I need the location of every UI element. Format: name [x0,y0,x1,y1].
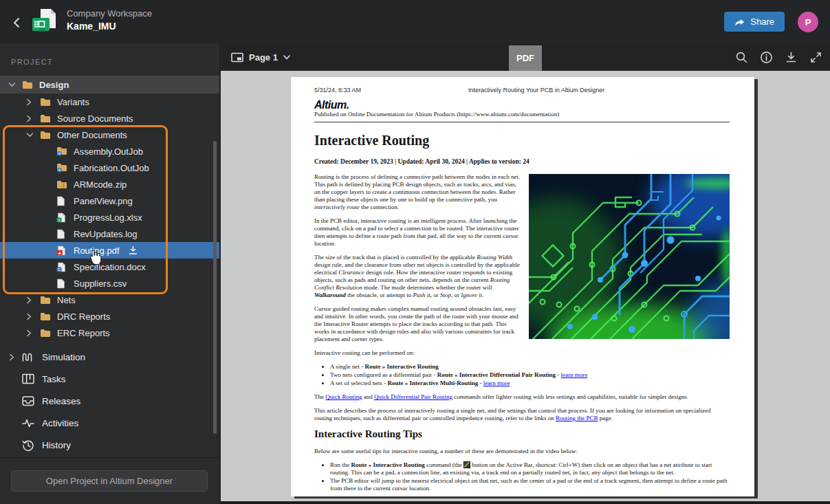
sidebar-scrollbar[interactable] [213,141,217,434]
outjob-icon [56,163,68,173]
viewer-content: 5/31/24, 8:33 AM Interactively Routing Y… [221,71,830,504]
tips-heading: Interactive Routing Tips [314,428,730,440]
sidebar-item-label: History [42,440,71,450]
doc-link-learn-more[interactable]: learn more [483,380,510,386]
back-button[interactable] [8,14,25,31]
tree-item-label: ProgressLog.xlsx [74,212,142,223]
published-line: Published on Online Documentation for Al… [314,111,730,118]
share-button[interactable]: Share [724,12,785,32]
tree-item-drc-reports[interactable]: DRC Reports [0,308,219,325]
chevron-right-icon[interactable] [26,98,40,106]
tree-item-progresslog-xlsx[interactable]: xProgressLog.xlsx [0,209,219,226]
viewer-toolbar: Page 1 PDF [221,43,830,71]
document-title: Interactive Routing [314,133,730,148]
folder-icon [40,296,52,305]
outjob-icon [56,146,68,156]
tree-item-panelview-png[interactable]: PanelView.png [0,193,219,209]
tips-list: Run the Route » Interactive Routing comm… [314,461,730,496]
page-selector-label: Page 1 [249,52,278,63]
chevron-down-icon[interactable] [26,132,40,138]
tree-item-revupdates-log[interactable]: RevUpdates.log [0,226,219,242]
tree-item-label: Source Documents [57,113,133,124]
page-icon [231,52,243,63]
download-icon[interactable] [783,50,798,65]
tree-item-assembly-outjob[interactable]: Assembly.OutJob [0,143,219,160]
tree-item-label: Fabrication.OutJob [74,163,149,173]
tree-item-other-documents[interactable]: Other Documents [0,127,219,143]
sidebar-item-label: Simulation [42,352,85,362]
tree-item-label: Assembly.OutJob [74,146,143,157]
tree-item-specification-docx[interactable]: DSpecification.docx [0,259,219,275]
info-icon[interactable] [758,50,774,65]
doc-link-quick-routing[interactable]: Quick Routing [325,393,362,400]
chevron-right-icon[interactable] [26,313,40,320]
quick-routing-paragraph: The Quick Routing and Quick Differential… [314,393,730,401]
folder-icon [40,131,52,140]
tree-item-design[interactable]: Design [0,76,219,94]
svg-text:D: D [58,267,61,271]
file-icon [56,278,68,289]
tree-item-source-documents[interactable]: Source Documents [0,110,219,127]
tree-item-label: DRC Reports [57,311,110,322]
tree-item-armcode-zip[interactable]: ARMcode.zip [0,176,219,193]
sidebar-item-simulation[interactable]: Simulation [0,346,219,368]
sidebar-item-label: Tasks [42,374,66,384]
workspace-label: Company Workspace [67,8,152,19]
chevron-right-icon[interactable] [26,329,40,337]
doc-link-quick-differential-pair-routing[interactable]: Quick Differential Pair Routing [374,393,452,400]
chevron-down-icon[interactable] [8,82,22,87]
tree-item-fabrication-outjob[interactable]: Fabrication.OutJob [0,160,219,176]
page-selector[interactable]: Page 1 [231,43,290,71]
tree-item-erc-reports[interactable]: ERC Reports [0,325,219,341]
tree-item-label: Specification.docx [74,262,146,272]
altium-logo: Altium. [314,101,730,109]
doc-link-routing-the-pcb[interactable]: Routing the PCB [556,415,598,421]
download-icon[interactable] [128,245,138,255]
user-avatar[interactable]: P [798,12,818,32]
chevron-right-icon[interactable] [26,296,40,304]
search-icon[interactable] [734,50,749,65]
tree-item-label: Other Documents [57,130,127,140]
fullscreen-icon[interactable] [808,50,823,65]
document-meta: Created: December 19, 2023 | Updated: Ap… [314,158,730,166]
file-icon [56,196,68,206]
tree-item-variants[interactable]: Variants [0,94,219,110]
tree-item-label: Design [39,80,69,90]
project-section-label: PROJECT [11,58,53,66]
tree-item-suppliers-csv[interactable]: Suppliers.csv [0,275,219,292]
activity-icon [22,418,36,428]
tip-bullet-1: Run the Route » Interactive Routing comm… [330,461,730,476]
share-icon [734,17,745,27]
doc-link-learn-more[interactable]: learn more [561,371,588,378]
tip-bullet-2: The PCB editor will jump to the nearest … [330,477,730,492]
folder-icon [40,312,52,321]
tree-item-nets[interactable]: Nets [0,292,219,308]
tree-item-label: Variants [57,97,89,107]
chevron-right-icon[interactable] [26,115,40,122]
tree-item-label: ERC Reports [57,328,110,338]
tree-item-label: ARMcode.zip [74,179,127,190]
waveform-icon [22,351,36,363]
interactive-routing-button-icon [463,461,470,468]
share-label: Share [750,17,774,27]
project-sidebar: PROJECT DesignVariantsSource DocumentsOt… [0,43,220,504]
tree-item-label: Suppliers.csv [74,278,127,289]
history-icon [22,439,36,451]
sidebar-item-releases[interactable]: Releases [0,390,219,412]
sidebar-item-tasks[interactable]: Tasks [0,368,219,390]
top-bar: Company Workspace Kame_IMU Share P [0,0,830,43]
sidebar-item-activities[interactable]: Activities [0,412,219,434]
sidebar-item-label: Activities [42,418,78,428]
tree-item-routing-pdf[interactable]: Routing.pdf [0,242,219,259]
chevron-left-icon [12,17,21,28]
tree-item-label: Routing.pdf [74,245,120,256]
chevron-right-icon[interactable] [9,353,22,361]
folder-icon [40,114,52,123]
svg-text:x: x [58,217,61,221]
docx-icon: D [56,262,68,272]
sidebar-item-history[interactable]: History [0,434,219,456]
tree-item-label: Nets [57,295,76,305]
open-in-designer-button[interactable]: Open Project in Altium Designer [11,470,208,492]
performed-bullet-2: Two nets configured as a differential pa… [330,371,730,379]
tree-item-label: PanelView.png [74,196,133,206]
